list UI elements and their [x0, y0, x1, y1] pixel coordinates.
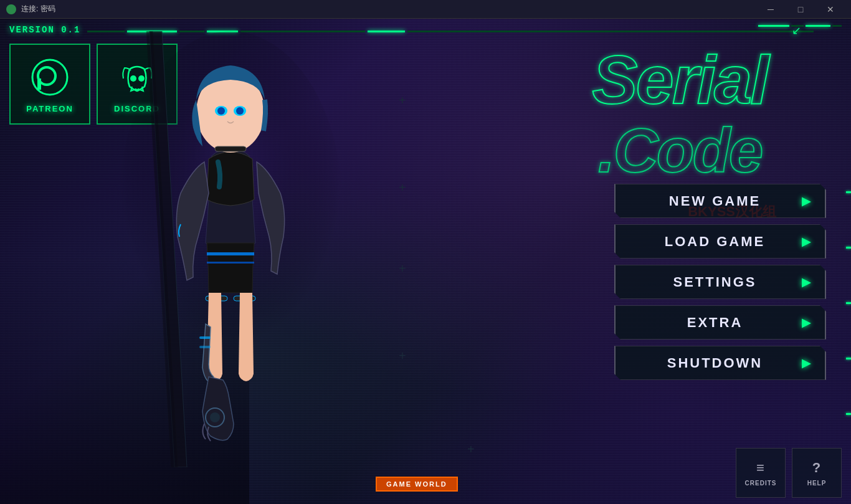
right-top-lines — [758, 25, 842, 27]
shutdown-label: SHUTDOWN — [628, 355, 802, 371]
character-figure — [112, 31, 349, 467]
close-button[interactable]: ✕ — [816, 0, 845, 19]
character-area — [0, 19, 411, 504]
svg-rect-12 — [215, 146, 246, 151]
titlebar-controls: ─ □ ✕ — [756, 0, 845, 19]
svg-point-20 — [210, 412, 220, 422]
game-world-sign: GAME WORLD — [376, 477, 458, 492]
help-icon: ? — [812, 460, 821, 476]
svg-rect-13 — [207, 252, 254, 255]
rdl-4 — [846, 358, 851, 359]
load-game-arrow: ▶ — [802, 235, 812, 249]
credits-label: CREDITS — [745, 480, 777, 487]
rdl-5 — [846, 413, 851, 415]
svg-rect-17 — [199, 336, 211, 339]
line-seg-7 — [407, 31, 814, 32]
game-area: + + + + + ↙ VERSION 0.1 — [0, 19, 851, 504]
rdl-3 — [846, 302, 851, 304]
shutdown-arrow: ▶ — [802, 356, 812, 370]
right-line-2 — [791, 25, 804, 27]
rdl-2 — [846, 247, 851, 249]
minimize-button[interactable]: ─ — [756, 0, 785, 19]
settings-arrow: ▶ — [802, 275, 812, 289]
shutdown-button[interactable]: SHUTDOWN ▶ — [614, 346, 826, 380]
svg-point-10 — [217, 107, 225, 115]
right-decorative-lines — [846, 164, 851, 442]
help-button[interactable]: ? HELP — [792, 448, 842, 498]
rdl-1 — [846, 191, 851, 193]
new-game-button[interactable]: NEW GAME ▶ — [614, 184, 826, 218]
titlebar: 连接: 密码 ─ □ ✕ — [0, 0, 851, 19]
svg-text:.Code: .Code — [598, 115, 762, 184]
credits-icon: ≡ — [756, 460, 765, 476]
titlebar-icon — [6, 4, 16, 14]
help-label: HELP — [807, 480, 827, 487]
logo-text: Serial .Code — [543, 41, 817, 189]
right-line-3 — [806, 25, 830, 27]
right-line-1 — [758, 25, 789, 27]
settings-button[interactable]: SETTINGS ▶ — [614, 265, 826, 299]
svg-text:Serial: Serial — [592, 41, 771, 118]
right-line-4 — [832, 25, 842, 27]
maximize-button[interactable]: □ — [786, 0, 815, 19]
credits-button[interactable]: ≡ CREDITS — [736, 448, 786, 498]
settings-label: SETTINGS — [628, 274, 802, 290]
bottom-bar: GAME WORLD ≡ CREDITS ? HELP — [0, 442, 851, 504]
extra-label: EXTRA — [628, 315, 802, 331]
svg-rect-18 — [199, 346, 211, 348]
new-game-label: NEW GAME — [628, 193, 802, 209]
extra-arrow: ▶ — [802, 316, 812, 330]
game-logo: Serial .Code — [540, 37, 820, 193]
load-game-label: LOAD GAME — [628, 234, 802, 250]
main-menu: NEW GAME ▶ LOAD GAME ▶ SETTINGS ▶ — [614, 184, 826, 380]
titlebar-title: 连接: 密码 — [21, 4, 756, 14]
svg-point-11 — [236, 107, 244, 115]
svg-rect-14 — [207, 262, 254, 264]
new-game-arrow: ▶ — [802, 194, 812, 208]
extra-button[interactable]: EXTRA ▶ — [614, 305, 826, 340]
load-game-button[interactable]: LOAD GAME ▶ — [614, 224, 826, 259]
